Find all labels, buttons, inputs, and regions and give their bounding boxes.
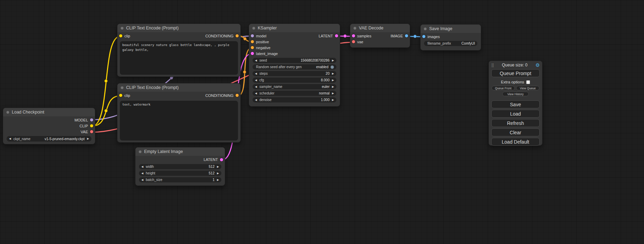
batch-size-widget[interactable]: ◀ batch_size 1 ▶ — [139, 177, 221, 182]
increment-arrow-icon[interactable]: ▶ — [217, 165, 219, 168]
output-slot-model[interactable]: MODEL — [3, 117, 95, 123]
node-vae-decode[interactable]: VAE Decode samples vae IMAGE — [350, 24, 410, 48]
refresh-button[interactable]: Refresh — [491, 119, 540, 127]
collapse-dot-icon[interactable] — [252, 27, 255, 30]
clear-button[interactable]: Clear — [491, 128, 540, 136]
queue-front-button[interactable]: Queue Front — [492, 86, 515, 90]
slot-dot[interactable] — [236, 34, 239, 37]
node-empty-latent-image[interactable]: Empty Latent Image LATENT ◀ width 512 ▶ … — [135, 147, 225, 186]
input-slot-latent-image[interactable]: latent_image — [249, 51, 340, 56]
node-clip-text-encode-positive[interactable]: CLIP Text Encode (Prompt) clip CONDITION… — [117, 24, 241, 77]
output-slot-vae[interactable]: VAE — [3, 129, 95, 135]
decrement-arrow-icon[interactable]: ◀ — [255, 79, 257, 82]
output-slot-image[interactable]: IMAGE — [350, 33, 410, 39]
load-button[interactable]: Load — [491, 110, 540, 118]
input-slot-images[interactable]: images — [421, 34, 481, 39]
decrement-arrow-icon[interactable]: ◀ — [141, 179, 143, 181]
node-load-checkpoint[interactable]: Load Checkpoint MODEL CLIP VAE ◀ ckpt_na… — [3, 108, 95, 144]
prev-value-arrow-icon[interactable]: ◀ — [255, 92, 257, 95]
node-save-image[interactable]: Save Image images filename_prefix ComfyU… — [420, 24, 481, 51]
settings-gear-icon[interactable]: ⚙ — [535, 63, 540, 67]
increment-arrow-icon[interactable]: ▶ — [217, 179, 219, 181]
cfg-widget[interactable]: ◀ cfg 8.000 ▶ — [253, 78, 336, 83]
collapse-dot-icon[interactable] — [121, 27, 124, 30]
output-slot-conditioning[interactable]: CONDITIONING — [117, 33, 240, 39]
sampler-name-widget[interactable]: ◀ sampler_name euler ▶ — [253, 84, 336, 89]
slot-dot[interactable] — [90, 130, 93, 133]
scheduler-widget[interactable]: ◀ scheduler normal ▶ — [253, 91, 336, 96]
input-slot-positive[interactable]: positive — [249, 39, 340, 45]
input-slot-negative[interactable]: negative — [249, 45, 340, 51]
view-queue-button[interactable]: View Queue — [516, 86, 539, 90]
extra-options-checkbox[interactable] — [526, 80, 530, 84]
decrement-arrow-icon[interactable]: ◀ — [255, 99, 257, 101]
next-value-arrow-icon[interactable]: ▶ — [332, 85, 334, 88]
node-title-bar[interactable]: Load Checkpoint — [3, 108, 95, 116]
slot-dot[interactable] — [352, 40, 355, 43]
collapse-dot-icon[interactable] — [424, 27, 427, 30]
increment-arrow-icon[interactable]: ▶ — [217, 172, 219, 175]
prompt-textarea[interactable]: beautiful scenery nature glass bottle la… — [120, 41, 238, 75]
collapse-dot-icon[interactable] — [139, 150, 142, 153]
output-slot-conditioning[interactable]: CONDITIONING — [117, 92, 240, 98]
height-widget[interactable]: ◀ height 512 ▶ — [139, 171, 221, 176]
output-slot-latent[interactable]: LATENT — [249, 33, 340, 39]
increment-arrow-icon[interactable]: ▶ — [332, 59, 334, 62]
node-ksampler[interactable]: KSampler model positive negative latent_… — [249, 24, 340, 107]
slot-dot[interactable] — [251, 52, 254, 55]
input-slot-vae[interactable]: vae — [350, 39, 410, 45]
toggle-dot-icon[interactable] — [330, 65, 334, 69]
slot-dot[interactable] — [90, 124, 93, 127]
queue-prompt-button[interactable]: Queue Prompt — [491, 69, 540, 77]
prev-value-arrow-icon[interactable]: ◀ — [255, 85, 257, 88]
graph-canvas[interactable]: Load Checkpoint MODEL CLIP VAE ◀ ckpt_na… — [0, 0, 644, 244]
slot-dot[interactable] — [251, 46, 254, 49]
drag-handle-icon[interactable]: ⣿ — [491, 63, 494, 67]
filename-prefix-widget[interactable]: filename_prefix ComfyUI — [424, 41, 477, 46]
slot-dot[interactable] — [405, 34, 408, 37]
load-default-button[interactable]: Load Default — [491, 138, 540, 146]
next-value-arrow-icon[interactable]: ▶ — [87, 137, 89, 140]
slot-dot[interactable] — [251, 40, 254, 43]
node-title: CLIP Text Encode (Prompt) — [126, 85, 179, 90]
widget-label: filename_prefix — [427, 42, 451, 45]
node-title: Save Image — [429, 26, 452, 31]
decrement-arrow-icon[interactable]: ◀ — [255, 72, 257, 75]
view-history-button[interactable]: View History — [502, 92, 529, 96]
decrement-arrow-icon[interactable]: ◀ — [141, 165, 143, 168]
increment-arrow-icon[interactable]: ▶ — [332, 72, 334, 75]
slot-dot[interactable] — [422, 35, 425, 38]
slot-dot[interactable] — [220, 158, 223, 161]
seed-widget[interactable]: ◀ seed 156680208700286 ▶ — [253, 58, 336, 63]
node-clip-text-encode-negative[interactable]: CLIP Text Encode (Prompt) clip CONDITION… — [117, 83, 241, 143]
output-slot-latent[interactable]: LATENT — [135, 156, 225, 163]
widget-label: steps — [259, 72, 268, 75]
decrement-arrow-icon[interactable]: ◀ — [255, 59, 257, 62]
prompt-textarea[interactable]: text, watermark — [120, 101, 238, 141]
width-widget[interactable]: ◀ width 512 ▶ — [139, 164, 221, 169]
decrement-arrow-icon[interactable]: ◀ — [141, 172, 143, 175]
increment-arrow-icon[interactable]: ▶ — [332, 99, 334, 101]
collapse-dot-icon[interactable] — [6, 111, 9, 114]
node-title-bar[interactable]: Empty Latent Image — [135, 147, 225, 156]
increment-arrow-icon[interactable]: ▶ — [332, 79, 334, 82]
node-title-bar[interactable]: Save Image — [421, 25, 481, 33]
save-button[interactable]: Save — [491, 100, 540, 108]
denoise-widget[interactable]: ◀ denoise 1.000 ▶ — [253, 97, 336, 102]
prev-value-arrow-icon[interactable]: ◀ — [9, 137, 11, 140]
slot-label: MODEL — [74, 118, 88, 122]
node-title-bar[interactable]: CLIP Text Encode (Prompt) — [117, 24, 240, 32]
node-title-bar[interactable]: VAE Decode — [350, 24, 410, 32]
output-slot-clip[interactable]: CLIP — [3, 123, 95, 129]
collapse-dot-icon[interactable] — [121, 86, 124, 89]
steps-widget[interactable]: ◀ steps 20 ▶ — [253, 71, 336, 76]
node-title-bar[interactable]: CLIP Text Encode (Prompt) — [117, 83, 240, 92]
slot-dot[interactable] — [236, 94, 239, 97]
random-seed-widget[interactable]: Random seed after every gen enabled — [253, 64, 336, 70]
next-value-arrow-icon[interactable]: ▶ — [332, 92, 334, 95]
node-title-bar[interactable]: KSampler — [249, 24, 340, 32]
ckpt-name-widget[interactable]: ◀ ckpt_name v1-5-pruned-emaonly.ckpt ▶ — [7, 136, 91, 142]
slot-dot[interactable] — [90, 118, 93, 121]
slot-dot[interactable] — [335, 34, 338, 37]
collapse-dot-icon[interactable] — [353, 27, 356, 30]
